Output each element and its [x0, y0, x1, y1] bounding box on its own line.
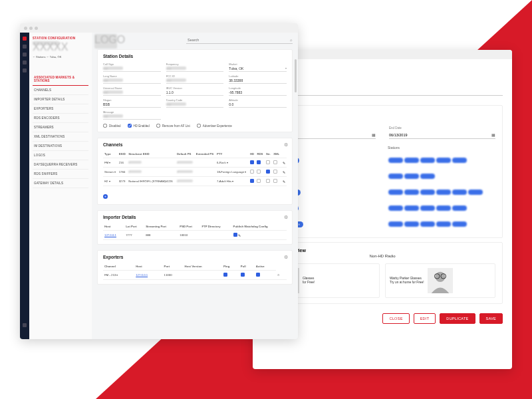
- field-slogan[interactable]: SloganBSB: [103, 98, 161, 108]
- station-pill[interactable]: XXXX: [404, 190, 419, 195]
- checkbox-hd_enabled[interactable]: HD Enabled: [128, 124, 150, 128]
- channel-row: H2 ▾3279National IHRO/FL (STREAM)/4226x7…: [103, 177, 287, 186]
- field-latitude[interactable]: Latitude38.33388: [229, 74, 287, 84]
- checkbox-icon[interactable]: [257, 160, 261, 164]
- gear-icon[interactable]: ⚙: [277, 273, 280, 277]
- sidebar-item[interactable]: GATEWAY DETAILS: [33, 179, 88, 188]
- edit-icon[interactable]: ✎: [238, 233, 241, 237]
- station-pill[interactable]: XXXX: [388, 205, 403, 211]
- field-longitude[interactable]: Longitude-95.7883: [229, 86, 287, 96]
- station-pill[interactable]: XXXX: [436, 221, 451, 227]
- station-pill[interactable]: XXXX: [420, 174, 435, 179]
- checkbox-icon[interactable]: [266, 179, 270, 183]
- scrollbar-thumb[interactable]: [295, 59, 297, 92]
- field-ibuc_version[interactable]: IBUC Version1.1.0: [166, 86, 224, 96]
- breadcrumb[interactable]: ← Stations ← Tulsa, OK: [33, 55, 88, 59]
- edit-icon[interactable]: ✎: [283, 180, 285, 184]
- station-pill[interactable]: XXXX: [420, 158, 435, 163]
- checkbox-icon[interactable]: [250, 160, 254, 164]
- sidebar-item[interactable]: LOGOS: [33, 151, 88, 160]
- sidebar-item[interactable]: IM DESTINATIONS: [33, 142, 88, 151]
- station-config-window: STATION CONFIGURATION XXXXX ← Stations ←…: [20, 23, 298, 339]
- rail-icon[interactable]: [23, 45, 27, 49]
- checkbox-icon[interactable]: [250, 179, 254, 183]
- station-pill[interactable]: XXXX: [388, 158, 403, 163]
- action-bar: CLOSE EDIT DUPLICATE SAVE: [262, 309, 503, 324]
- station-pill[interactable]: XXXX: [452, 158, 467, 163]
- avatar: [428, 268, 453, 293]
- rail-icon[interactable]: [23, 53, 27, 57]
- gear-icon[interactable]: ⚙: [284, 215, 288, 220]
- checkbox-icon[interactable]: [250, 170, 254, 174]
- station-pill[interactable]: XXXX: [404, 221, 419, 227]
- sidebar-item[interactable]: ASSOCIATED MARKETS & STATIONS: [33, 73, 88, 86]
- field-universal_name[interactable]: Universal Namexxx: [103, 86, 161, 96]
- station-pill[interactable]: XXXX: [420, 221, 435, 227]
- gear-icon[interactable]: ⚙: [284, 142, 288, 148]
- field-country_code[interactable]: Country Codexxx: [166, 98, 224, 108]
- calendar-icon[interactable]: ▦: [491, 133, 495, 137]
- sidebar-item[interactable]: IMPORTER DETAILS: [33, 95, 88, 104]
- page-title: STATION CONFIGURATION: [33, 37, 88, 40]
- duplicate-button[interactable]: DUPLICATE: [440, 313, 475, 324]
- sidebar-item[interactable]: CHANNELS: [33, 86, 88, 95]
- station-pill[interactable]: XXXX: [420, 205, 435, 211]
- sidebar-item[interactable]: RDS ENCODERS: [33, 114, 88, 123]
- checkbox-icon[interactable]: [273, 170, 277, 174]
- checkbox-icon[interactable]: [266, 160, 270, 164]
- sidebar-item[interactable]: STREAMERS: [33, 123, 88, 132]
- station-pill[interactable]: XXXX: [452, 221, 467, 227]
- station-pill[interactable]: XXXX: [452, 205, 467, 211]
- gear-icon[interactable]: ⚙: [284, 255, 288, 260]
- field-market[interactable]: MarketTulsa, OK▾: [229, 63, 287, 72]
- checkbox-icon[interactable]: [257, 179, 261, 183]
- field-altitude[interactable]: Altitude0.0: [229, 98, 287, 108]
- search-icon[interactable]: ⌕: [290, 38, 293, 42]
- blurred-text: XXXXX: [33, 41, 59, 45]
- field-long_name[interactable]: Long Namexxx: [103, 74, 161, 84]
- add-channel-button[interactable]: +: [103, 194, 108, 199]
- station-pill[interactable]: XXXX: [420, 190, 435, 195]
- save-button[interactable]: SAVE: [479, 313, 503, 324]
- checkbox-icon[interactable]: [273, 179, 277, 183]
- station-pill[interactable]: XXXX: [404, 205, 419, 211]
- calendar-icon[interactable]: ▦: [372, 133, 376, 137]
- rail-icon[interactable]: [23, 323, 27, 327]
- station-pill[interactable]: XXXX: [436, 205, 451, 211]
- field-call_sign[interactable]: Call Signxxx: [103, 63, 161, 72]
- station-pill[interactable]: XXXX: [388, 174, 403, 179]
- station-pill[interactable]: XXXX: [436, 190, 451, 195]
- checkbox-icon[interactable]: [266, 170, 270, 174]
- station-pill[interactable]: XXXX: [452, 190, 467, 195]
- sidebar-item[interactable]: RDS SNIFFERS: [33, 170, 88, 179]
- field-message[interactable]: Messagexxx: [103, 110, 161, 120]
- checkbox-advertiser_exp[interactable]: Advertiser Experience: [197, 124, 232, 128]
- station-pill[interactable]: XXXX: [404, 158, 419, 163]
- edit-icon[interactable]: ✎: [283, 161, 285, 165]
- edit-icon[interactable]: ✎: [283, 170, 285, 174]
- station-pill[interactable]: XXXX: [404, 174, 419, 179]
- advertiser-field[interactable]: Advertiser Warby Parker: [262, 76, 503, 96]
- checkbox-remove_af[interactable]: Remove from AF List: [156, 124, 190, 128]
- station-pill[interactable]: XXXX: [388, 190, 403, 195]
- sidebar-item[interactable]: EXPORTERS: [33, 104, 88, 114]
- sidebar-item[interactable]: XML DESTINATIONS: [33, 132, 88, 142]
- checkbox-icon[interactable]: [257, 170, 261, 174]
- rail-icon[interactable]: [23, 37, 27, 41]
- rail-icon[interactable]: [23, 68, 27, 72]
- end-date-field[interactable]: End Date 06/13/2019▦: [389, 120, 495, 139]
- sidebar-item[interactable]: DAYSEQUERRA RECEIVERS: [33, 160, 88, 170]
- card-title: Importer Details: [103, 215, 287, 219]
- rail-icon[interactable]: [23, 61, 27, 65]
- checkbox-icon[interactable]: [273, 160, 277, 164]
- field-fcc_id[interactable]: FCC IDxxx: [166, 74, 224, 84]
- edit-button[interactable]: EDIT: [414, 313, 436, 324]
- checkbox-disabled[interactable]: Disabled: [103, 124, 121, 128]
- close-button[interactable]: CLOSE: [382, 313, 409, 324]
- field-frequency[interactable]: Frequencyxxx: [166, 63, 224, 72]
- card-title: Station Details: [103, 54, 287, 59]
- search-input[interactable]: [186, 37, 293, 44]
- station-pill[interactable]: XXXX: [468, 190, 483, 195]
- station-pill[interactable]: XXXX: [388, 221, 403, 227]
- station-pill[interactable]: XXXX: [436, 158, 451, 163]
